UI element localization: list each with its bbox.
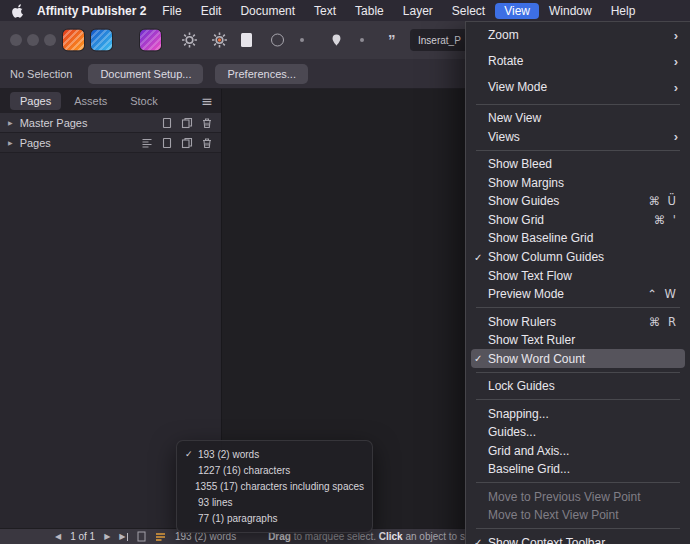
menu-item-new-view[interactable]: New View [471, 109, 685, 128]
insert-pages-icon[interactable] [141, 137, 153, 149]
menu-item-view-mode[interactable]: View Mode› [471, 74, 685, 100]
menu-item-show-text-ruler[interactable]: Show Text Ruler [471, 331, 685, 350]
menu-item-rotate[interactable]: Rotate› [471, 48, 685, 74]
new-page-icon[interactable] [161, 137, 173, 149]
gear-icon[interactable] [181, 32, 198, 49]
menu-item-show-column-guides[interactable]: ✓Show Column Guides [471, 248, 685, 267]
designer-persona-icon[interactable] [91, 30, 112, 51]
app-name: Affinity Publisher 2 [37, 4, 146, 18]
menu-separator [476, 307, 680, 308]
menu-item-show-margins[interactable]: Show Margins [471, 173, 685, 192]
pages-section[interactable]: ▶ Pages [0, 133, 221, 153]
menubar-item-select[interactable]: Select [443, 3, 494, 19]
word-count-icon[interactable] [155, 532, 166, 542]
previous-page-icon[interactable]: ◀ [55, 532, 61, 541]
publisher-persona-icon[interactable] [63, 30, 84, 51]
menu-item-label: New View [488, 111, 678, 125]
window-zoom-button[interactable] [44, 34, 56, 46]
hint-text: Click [379, 531, 403, 542]
menu-item-views[interactable]: Views› [471, 127, 685, 146]
pages-label: Pages [20, 137, 51, 149]
menubar-item-help[interactable]: Help [602, 3, 645, 19]
new-page-icon[interactable] [161, 117, 173, 129]
word-count-text: 1227 (16) characters [198, 465, 290, 476]
menubar-item-text[interactable]: Text [305, 3, 345, 19]
apple-menu-icon[interactable] [12, 4, 24, 18]
document-icon[interactable] [240, 32, 253, 48]
menubar-item-file[interactable]: File [153, 3, 190, 19]
menu-item-label: Baseline Grid... [488, 462, 678, 476]
window-close-button[interactable] [10, 34, 22, 46]
word-count-text: 77 (1) paragraphs [198, 513, 278, 524]
checkmark-icon: ✓ [474, 537, 487, 544]
delete-page-icon[interactable] [201, 137, 213, 149]
menu-item-guides[interactable]: Guides... [471, 423, 685, 442]
master-pages-actions [161, 117, 213, 129]
app-window: Affinity Publisher 2 FileEditDocumentTex… [0, 0, 690, 544]
submenu-arrow-icon: › [674, 54, 678, 69]
menubar-item-table[interactable]: Table [346, 3, 393, 19]
word-count-text: 193 (2) words [198, 449, 259, 460]
menu-item-preview-mode[interactable]: Preview Mode⌃ W [471, 285, 685, 304]
tab-assets[interactable]: Assets [64, 92, 117, 110]
menu-item-show-guides[interactable]: Show Guides⌘ Ü [471, 192, 685, 211]
pages-actions [141, 137, 213, 149]
word-count-row[interactable]: ✓193 (2) words [185, 446, 364, 462]
word-count-row[interactable]: 93 lines [185, 495, 364, 511]
menu-item-label: Show Rulers [488, 315, 649, 329]
duplicate-page-icon[interactable] [181, 137, 193, 149]
menu-item-label: Show Context Toolbar [488, 536, 678, 544]
master-pages-section[interactable]: ▶ Master Pages [0, 113, 221, 133]
duplicate-page-icon[interactable] [181, 117, 193, 129]
page-indicator: 1 of 1 [70, 531, 95, 542]
menubar-item-window[interactable]: Window [540, 3, 601, 19]
pin-icon[interactable] [331, 33, 342, 47]
dot-icon[interactable] [300, 38, 304, 42]
menubar-item-edit[interactable]: Edit [192, 3, 231, 19]
marker-dot-icon[interactable] [360, 38, 364, 42]
menu-item-move-to-previous-view-point: Move to Previous View Point [471, 487, 685, 506]
tab-pages[interactable]: Pages [10, 92, 61, 110]
menubar-items: FileEditDocumentTextTableLayerSelectView… [152, 3, 644, 19]
menu-item-baseline-grid[interactable]: Baseline Grid... [471, 460, 685, 479]
word-count-row[interactable]: 77 (1) paragraphs [185, 511, 364, 527]
tab-stock[interactable]: Stock [120, 92, 168, 110]
menubar-item-layer[interactable]: Layer [394, 3, 442, 19]
menu-item-grid-and-axis[interactable]: Grid and Axis... [471, 441, 685, 460]
next-page-icon[interactable]: ▶ [104, 532, 110, 541]
photo-persona-icon[interactable] [140, 30, 161, 51]
menu-item-lock-guides[interactable]: Lock Guides [471, 377, 685, 396]
menubar-item-document[interactable]: Document [231, 3, 304, 19]
page-thumb-icon[interactable] [137, 531, 146, 542]
disclosure-triangle-icon[interactable]: ▶ [8, 119, 13, 126]
menu-item-snapping[interactable]: Snapping... [471, 404, 685, 423]
menubar-item-view[interactable]: View [495, 3, 539, 19]
menu-item-show-word-count[interactable]: ✓Show Word Count [471, 349, 685, 368]
selection-status-label: No Selection [10, 68, 72, 80]
menu-item-show-rulers[interactable]: Show Rulers⌘ R [471, 312, 685, 331]
window-minimize-button[interactable] [27, 34, 39, 46]
menu-item-label: Guides... [488, 425, 678, 439]
panel-menu-icon[interactable]: ≡ [201, 93, 213, 109]
menu-item-show-baseline-grid[interactable]: Show Baseline Grid [471, 229, 685, 248]
menu-item-shortcut: ⌘ Ü [648, 194, 678, 208]
disclosure-triangle-icon[interactable]: ▶ [8, 139, 13, 146]
menu-item-label: Show Margins [488, 176, 678, 190]
menu-item-show-grid[interactable]: Show Grid⌘ ' [471, 211, 685, 230]
document-setup-button[interactable]: Document Setup... [88, 64, 203, 84]
word-count-row[interactable]: 1227 (16) characters [185, 462, 364, 478]
persona-gear-icon[interactable] [211, 32, 228, 49]
menu-item-show-bleed[interactable]: Show Bleed [471, 155, 685, 174]
word-count-row[interactable]: 1355 (17) characters including spaces [185, 478, 364, 494]
menu-item-zoom[interactable]: Zoom› [471, 22, 685, 48]
delete-page-icon[interactable] [201, 117, 213, 129]
menu-item-label: View Mode [488, 80, 674, 94]
quote-icon[interactable]: ” [388, 35, 396, 45]
preferences-button[interactable]: Preferences... [215, 64, 307, 84]
last-page-icon[interactable]: ▶ [119, 532, 128, 541]
shape-circle-icon[interactable] [271, 34, 284, 47]
menu-item-label: Preview Mode [488, 287, 647, 301]
menu-item-show-text-flow[interactable]: Show Text Flow [471, 266, 685, 285]
menu-item-show-context-toolbar[interactable]: ✓Show Context Toolbar [471, 533, 685, 544]
master-pages-label: Master Pages [20, 117, 88, 129]
